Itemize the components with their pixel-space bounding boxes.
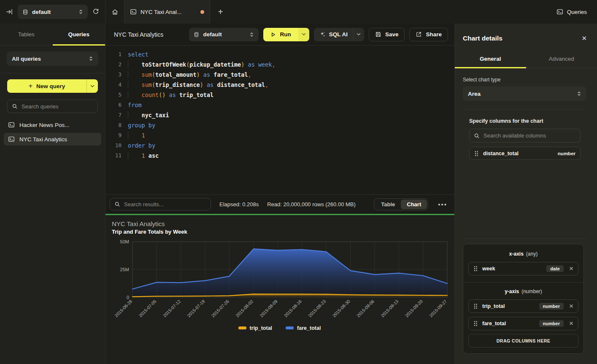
saved-query-item[interactable]: NYC Taxi Analytics: [4, 133, 101, 146]
home-icon: [111, 8, 119, 16]
columns-label: Specify columns for the chart: [469, 118, 581, 124]
column-item-week[interactable]: weekdate✕: [468, 262, 578, 275]
code-line[interactable]: 10order by: [105, 140, 454, 151]
sql-editor[interactable]: 1select2toStartOfWeek(pickup_datetime) a…: [105, 46, 454, 194]
svg-text:50M: 50M: [120, 239, 129, 244]
search-queries-input[interactable]: Search queries: [7, 100, 98, 113]
column-name: week: [482, 266, 495, 272]
code-line[interactable]: 8group by: [105, 120, 454, 130]
tab-advanced[interactable]: Advanced: [526, 51, 597, 68]
sql-ai-button[interactable]: SQL AI: [314, 28, 364, 41]
run-options-dropdown[interactable]: [298, 28, 309, 41]
column-item-fare_total[interactable]: fare_totalnumber✕: [468, 317, 578, 330]
column-item-distance_total[interactable]: distance_totalnumber: [469, 147, 581, 160]
console-icon: [8, 121, 15, 128]
svg-text:25M: 25M: [120, 267, 129, 272]
drag-handle-icon[interactable]: [474, 151, 478, 156]
sidebar-tab-tables[interactable]: Tables: [0, 24, 53, 45]
tab-home[interactable]: [105, 0, 124, 24]
database-selector[interactable]: default: [18, 5, 88, 19]
code-line[interactable]: 7nyc_taxi: [105, 110, 454, 120]
tab-nyc-taxi-analytics[interactable]: NYC Taxi Anal...: [124, 0, 210, 24]
refresh-icon[interactable]: [92, 8, 99, 15]
drag-handle-icon[interactable]: [473, 303, 478, 309]
remove-column-icon[interactable]: ✕: [568, 321, 573, 326]
new-query-dropdown[interactable]: [86, 79, 98, 93]
run-database-value: default: [203, 31, 246, 38]
run-database-selector[interactable]: default: [189, 28, 259, 41]
search-results-placeholder: Search results...: [124, 201, 164, 208]
code-line[interactable]: 3sum(total_amount) as fare_total,: [105, 70, 454, 80]
view-toggle-table[interactable]: Table: [375, 200, 401, 209]
column-type: number: [539, 320, 564, 327]
run-button-main[interactable]: Run: [263, 28, 298, 41]
drop-zone[interactable]: DRAG COLUMNS HERE: [468, 334, 578, 348]
x-tick-label: 2015-07-05: [138, 298, 157, 318]
remove-column-icon[interactable]: ✕: [568, 303, 573, 309]
rows-read: Read: 20,000,000 rows (260.00 MB): [267, 201, 356, 208]
line-number: 7: [105, 110, 122, 120]
new-tab-button[interactable]: +: [210, 0, 231, 24]
drag-handle-icon[interactable]: [473, 321, 478, 326]
line-number: 6: [105, 100, 122, 110]
line-number: 9: [105, 130, 122, 140]
search-columns-input[interactable]: Search available columns: [469, 129, 581, 143]
share-icon: [416, 31, 422, 38]
queries-filter-select[interactable]: All queries: [7, 51, 98, 66]
legend-label: trip_total: [250, 325, 272, 331]
drag-handle-icon[interactable]: [473, 266, 478, 272]
y-axis-label: y-axis: [505, 289, 519, 294]
code-line[interactable]: 5count() as trip_total: [105, 90, 454, 100]
queries-filter-value: All queries: [12, 56, 89, 62]
search-icon: [474, 133, 480, 139]
legend-item-fare_total[interactable]: fare_total: [286, 325, 321, 331]
run-button[interactable]: Run: [263, 28, 309, 41]
play-icon: [270, 32, 276, 38]
code-line[interactable]: 4sum(trip_distance) as distance_total,: [105, 80, 454, 90]
axis-mapping-card: x-axis(any) weekdate✕ y-axis(number) tri…: [463, 244, 584, 354]
sidebar-tab-queries[interactable]: Queries: [53, 24, 105, 45]
x-tick-label: 2015-08-16: [283, 298, 303, 318]
tab-strip: NYC Taxi Anal... +: [105, 0, 546, 24]
tab-title: NYC Taxi Anal...: [140, 9, 197, 15]
legend-item-trip_total[interactable]: trip_total: [238, 325, 272, 331]
chart-legend: trip_totalfare_total: [111, 325, 448, 331]
remove-column-icon[interactable]: ✕: [568, 266, 573, 272]
sql-console-app: default NYC Taxi Anal...: [0, 0, 597, 364]
available-columns-list: distance_totalnumber: [469, 147, 581, 160]
new-query-button[interactable]: + New query: [7, 79, 98, 93]
chart-details-title: Chart details: [463, 35, 502, 42]
code-line[interactable]: 6from: [105, 100, 454, 110]
x-tick-label: 2015-08-02: [235, 298, 254, 318]
new-query-main[interactable]: + New query: [7, 79, 86, 93]
column-item-trip_total[interactable]: trip_totalnumber✕: [468, 299, 578, 313]
plus-icon: +: [29, 82, 32, 90]
area-chart[interactable]: 025M50M2015-06-282015-07-052015-07-12201…: [111, 237, 453, 324]
code-line[interactable]: 111 asc: [105, 151, 454, 161]
results-overflow-menu[interactable]: •••: [437, 201, 448, 208]
tab-general[interactable]: General: [455, 51, 526, 68]
share-button[interactable]: Share: [409, 28, 448, 41]
sql-ai-main[interactable]: SQL AI: [314, 31, 353, 38]
code-line[interactable]: 91: [105, 130, 454, 140]
save-button[interactable]: Save: [369, 28, 405, 41]
top-bar-right[interactable]: Queries: [546, 0, 597, 24]
search-results-input[interactable]: Search results...: [110, 198, 211, 210]
saved-query-item[interactable]: Hacker News Pos...: [4, 119, 101, 131]
unsaved-changes-dot: [200, 10, 204, 14]
chart-type-select[interactable]: Area: [463, 86, 586, 101]
top-bar: default NYC Taxi Anal...: [0, 0, 597, 24]
sidebar-divider: [0, 73, 105, 73]
chevron-updown-icon: [89, 56, 93, 62]
collapse-sidebar-icon[interactable]: [6, 8, 13, 15]
close-icon[interactable]: ✕: [581, 35, 587, 42]
x-tick-label: 2015-09-06: [356, 298, 375, 318]
y-axis-items: trip_totalnumber✕fare_totalnumber✕: [468, 299, 578, 330]
view-toggle-chart[interactable]: Chart: [401, 200, 427, 209]
code-line[interactable]: 1select: [105, 49, 454, 59]
chart-subtitle: Trip and Fare Totals by Week: [112, 229, 448, 235]
chart-details-tabs: General Advanced: [455, 51, 597, 68]
code-line[interactable]: 2toStartOfWeek(pickup_datetime) as week,: [105, 59, 454, 70]
sql-ai-dropdown[interactable]: [353, 28, 364, 41]
x-axis-items: weekdate✕: [468, 262, 578, 275]
